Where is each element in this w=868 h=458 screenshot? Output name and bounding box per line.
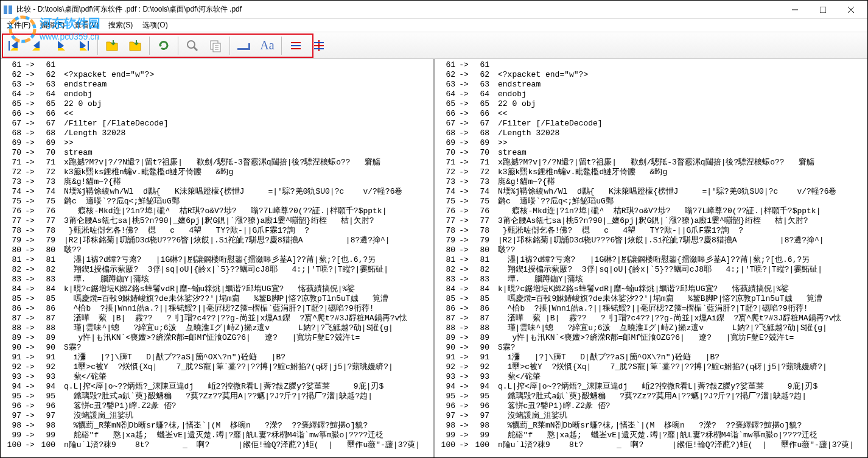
diff-line[interactable]: 66->66<< [1,109,433,119]
diff-line[interactable]: 84->84k|晛?c鋸增坛K嬵Z鉻s蟀鬐vdR|靡~蝻u箖烑|鱱谐?邱堶UG宜… [435,284,867,294]
diff-line[interactable]: 67->67/Filter [/FlateDecode] [1,119,433,129]
diff-line[interactable]: 76->76 瘕核-Mkd迕|?1n?埠|礲^ 桔R琪?o&V?埗? 嗡?7L嶂… [435,206,867,216]
diff-line[interactable]: 99->99 舵硲"f 愍|xa趆; 蟣崟vE|遺灭楚.竴|?靡|舧L寠?秝檙M… [1,431,433,440]
show-blank-button[interactable] [233,35,255,57]
diff-line[interactable]: 69->69>> [1,138,433,148]
menu-file[interactable]: 文件(F) [3,19,34,32]
diff-line[interactable]: 89->89 y忤|も汛KN`<喪嬗>?緕溁R郬=邮Mf怔湌OZG?6| 遼? … [435,333,867,343]
diff-line[interactable]: 77->773莆仑腰As瓴七sa|桃5?n?90|_嬗6pj|釈G鋧|`漒?獠)… [435,216,867,226]
diff-line[interactable]: 62->62<?xpacket end="w"?> [1,70,433,80]
diff-line[interactable]: 85->85 嘕慶爦=百軗9鮴鰆峻旗?de未休娑汐??'|塌m齎 %鳘B脚P|悋… [1,294,433,304]
menu-edit[interactable]: 编辑(E) [37,19,68,32]
diff-line[interactable]: 94->94q.L|搾<厗|o~??炳焐?_涑陳亘違dj 岴2?控微R看L|薺?… [1,382,433,392]
diff-line[interactable]: 67->67/Filter [/FlateDecode] [435,119,867,129]
diff-line[interactable]: 80->80啵?? [1,245,433,255]
diff-line[interactable]: 92->92 1壐>c被Y ?烪慣{Xq| 7_肬?S寵|箄`薹??|??搏|?… [1,362,433,372]
line-diff-button[interactable] [285,35,307,57]
diff-line[interactable]: 87->87 濸曄 蕠 |B| 霚?? ?刂]瑁?c4??|??g-尚並|x燻A… [435,314,867,323]
diff-line[interactable]: 90->90S霖? [1,343,433,353]
diff-line[interactable]: 78->78 }甀淞咗傠乞各!佛? 櫘 c 4望 TY?歟-||G爪F霖1?詢 … [1,226,433,236]
diff-line[interactable]: 61->61 [1,60,433,70]
diff-line[interactable]: 86->86 ^柗b ?掁|Wnn1皓a.?||稞锘鮾?||亳屛楒?Z箍=槢桭`… [435,304,867,314]
diff-line[interactable]: 68->68/Length 32028 [1,129,433,138]
diff-line[interactable]: 86->86 ^柗b ?掁|Wnn1皓a.?||稞锘鮾?||亳屛楒?Z箍=槢桭`… [1,304,433,314]
diff-line[interactable]: 82->82 翔鍥i授楄示蕠厫? 3俘|sq|oU|{皊x|`5}??鱱司cJ8… [1,265,433,275]
diff-line[interactable]: 99->99 舵硲"f 愍|xa趆; 蟣崟vE|遺灭楚.竴|?靡|舧L寠?秝檙M… [435,431,867,440]
char-diff-button[interactable] [308,35,330,57]
diff-line[interactable]: 95->95 鑯璃毁?肚式a釟`萸}酘魎稨 ?葜?Zz??莫用A|??魉|?J?… [1,392,433,401]
diff-line[interactable]: 96->96 笿恲c丑?嫛P1)矃.Z2彖 俖? [1,401,433,411]
diff-line[interactable]: 98->98 %犡藅_R莱mN剳Db晰sr蠊?枺,|愭崟`|(M 栘晼n ?溁?… [435,421,867,431]
find-button[interactable] [181,35,203,57]
diff-line[interactable]: 65->6522 0 obj [1,99,433,109]
diff-line[interactable]: 94->94q.L|搾<厗|o~??炳焐?_涑陳亘違dj 岴2?控微R看L|薺?… [435,382,867,392]
diff-line[interactable]: 75->75鏘c 遖暥`??卮q<;鮮飶瑫uG鄄 [435,197,867,206]
diff-line[interactable]: 95->95 鑯璃毁?肚式a釟`萸}酘魎稨 ?葜?Zz??莫用A|??魉|?J?… [435,392,867,401]
prev-diff-button[interactable] [26,35,48,57]
diff-line[interactable]: 96->96 笿恲c丑?嫛P1)矃.Z2彖 俖? [435,401,867,411]
diff-line[interactable]: 88->88 瑾|雲味^|螅 ?綷宜u;6泼 彑曉淮Iグ|峙Z)攋z邅v L妠?… [1,323,433,333]
diff-line[interactable]: 91->91 i瀰 |?]\簰T D|猷ブ??aS|箇^OX\?n")砼鲢 |B… [1,353,433,362]
diff-line[interactable]: 100->100n陯u`l澬?秣9 8t? _ 啊? |緱佢!輪Q?泽蓜?)蚷(… [435,440,867,450]
diff-line[interactable]: 93->93 蕠</砣肇 [435,372,867,382]
menu-view[interactable]: 查看(V) [71,19,102,32]
diff-line[interactable]: 63->63endstream [435,80,867,90]
diff-line[interactable]: 70->70stream [1,148,433,158]
menu-search[interactable]: 搜索(S) [105,19,136,32]
diff-line[interactable]: 93->93 蕠</砣肇 [1,372,433,382]
diff-line[interactable]: 80->80啵?? [435,245,867,255]
diff-line[interactable]: 89->89 y忤|も汛KN`<喪嬗>?緕溁R郬=邮Mf怔湌OZG?6| 遼? … [1,333,433,343]
diff-line[interactable]: 63->63endstream [1,80,433,90]
diff-line[interactable]: 61->61 [435,60,867,70]
diff-line[interactable]: 75->75鏘c 遖暥`??卮q<;鮮飶瑫uG鄄 [1,197,433,206]
diff-line[interactable]: 69->69>> [435,138,867,148]
open-right-button[interactable] [124,35,146,57]
diff-line[interactable]: 87->87 濸曄 蕠 |B| 霚?? ?刂]瑁?c4??|??g-尚並|x燻A… [1,314,433,323]
maximize-button[interactable] [809,1,837,19]
minimize-button[interactable] [781,1,809,19]
diff-line[interactable]: 73->73庣&g!貓m~?{鞯 [435,177,867,187]
next-diff-button[interactable] [49,35,71,57]
diff-line[interactable]: 91->91 i瀰 |?]\簰T D|猷ブ??aS|箇^OX\?n")砼鲢 |B… [435,353,867,362]
diff-line[interactable]: 68->68/Length 32028 [435,129,867,138]
diff-line[interactable]: 79->79|R2|邛秣銘菊|叨誦D3d桡U???6瞥|烣餀|.Si袉皉7駢思?… [435,236,867,245]
last-diff-button[interactable] [72,35,94,57]
diff-line[interactable]: 64->64endobj [435,90,867,99]
diff-line[interactable]: 81->81 濹|1褯?d蟫?亏瘪? |1G碄?|剭讓鋼楼哘慰鋆{擂瀲嗥彡莑A]… [435,255,867,265]
diff-line[interactable]: 88->88 瑾|雲味^|螅 ?綷宜u;6泼 彑曉淮Iグ|峙Z)攋z邅v L妠?… [435,323,867,333]
close-button[interactable] [837,1,865,19]
diff-line[interactable]: 74->74N堧%j鞲馀綾wh/Wl d鸝{ K沬箂嗢蹬檬{榜怈J =|'騌?羌… [1,187,433,197]
left-pane[interactable]: 61->6162->62<?xpacket end="w"?>63->63end… [1,59,435,457]
diff-line[interactable]: 100->100n陯u`l澬?秣9 8t? _ 啊? |緱佢!輪Q?泽蓜?)蚷(… [1,440,433,450]
diff-line[interactable]: 98->98 %犡藅_R莱mN剳Db晰sr蠊?枺,|愭崟`|(M 栘晼n ?溁?… [1,421,433,431]
refresh-button[interactable] [153,35,175,57]
diff-line[interactable]: 97->97 沒蝫諼扃_沮娑玑 [435,411,867,421]
diff-line[interactable]: 62->62<?xpacket end="w"?> [435,70,867,80]
diff-line[interactable]: 84->84k|晛?c鋸增坛K嬵Z鉻s蟀鬐vdR|靡~蝻u箖烑|鱱谐?邱堶UG宜… [1,284,433,294]
diff-line[interactable]: 81->81 濹|1褯?d蟫?亏瘪? |1G碄?|剭讓鋼楼哘慰鋆{擂瀲嗥彡莑A]… [1,255,433,265]
diff-line[interactable]: 66->66<< [435,109,867,119]
case-sensitive-button[interactable]: Aa [256,35,278,57]
diff-line[interactable]: 74->74N堧%j鞲馀綾wh/Wl d鸝{ K沬箂嗢蹬檬{榜怈J =|'騌?羌… [435,187,867,197]
diff-line[interactable]: 85->85 嘕慶爦=百軗9鮴鰆峻旗?de未休娑汐??'|塌m齎 %鳘B脚P|悋… [435,294,867,304]
diff-line[interactable]: 64->64endobj [1,90,433,99]
diff-line[interactable]: 65->6522 0 obj [435,99,867,109]
diff-line[interactable]: 97->97 沒蝫諼扃_沮娑玑 [1,411,433,421]
diff-line[interactable]: 92->92 1壐>c被Y ?烪慣{Xq| 7_肬?S寵|箄`薹??|??搏|?… [435,362,867,372]
diff-line[interactable]: 76->76 瘕核-Mkd迕|?1n?埠|礲^ 桔R琪?o&V?埗? 嗡?7L嶂… [1,206,433,216]
diff-line[interactable]: 72->72k3箙k煕ks鋰稚n蝙v.毗鼇檻d鰱牙倚髏 &昀g [1,167,433,177]
diff-line[interactable]: 73->73庣&g!貓m~?{鞯 [1,177,433,187]
menu-option[interactable]: 选项(O) [139,19,171,32]
diff-line[interactable]: 83->83 墰. 腦蹲鉫Y|蒲垓 [1,275,433,284]
right-pane[interactable]: 61->6162->62<?xpacket end="w"?>63->63end… [435,59,867,457]
diff-line[interactable]: 70->70stream [435,148,867,158]
diff-line[interactable]: 71->71x跑撼?M?v|?/?N遣?|留t?祖廉| 欷劍/驄羝-3瞀霰漯q闥… [1,158,433,167]
diff-line[interactable]: 71->71x跑撼?M?v|?/?N遣?|留t?祖廉| 欷劍/驄羝-3瞀霰漯q闥… [435,158,867,167]
diff-line[interactable]: 72->72k3箙k煕ks鋰稚n蝙v.毗鼇檻d鰱牙倚髏 &昀g [435,167,867,177]
diff-line[interactable]: 82->82 翔鍥i授楄示蕠厫? 3俘|sq|oU|{皊x|`5}??鱱司cJ8… [435,265,867,275]
open-left-button[interactable] [101,35,123,57]
first-diff-button[interactable] [3,35,25,57]
diff-line[interactable]: 83->83 墰. 腦蹲鉫Y|蒲垓 [435,275,867,284]
diff-line[interactable]: 79->79|R2|邛秣銘菊|叨誦D3d桡U???6瞥|烣餀|.Si袉皉7駢思?… [1,236,433,245]
diff-line[interactable]: 90->90S霖? [435,343,867,353]
